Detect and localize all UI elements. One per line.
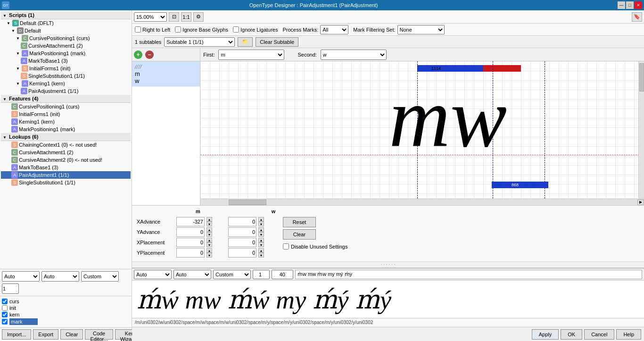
yplacement-w-spinner[interactable]: ▲ ▼ [258,248,264,258]
add-pair-button[interactable]: + [134,50,142,59]
xplacement-w-down[interactable]: ▼ [258,242,264,247]
curs-checkbox[interactable] [2,299,8,304]
apply-button[interactable]: Apply [532,329,559,340]
tree-item-default[interactable]: ▼ D Default [1,27,131,34]
mark-checkbox[interactable] [2,319,8,324]
yadvance-m-spinner[interactable]: ▲ ▼ [206,227,212,237]
ignore-base-checkbox[interactable] [175,26,181,33]
right-to-left-option[interactable]: Right to Left [135,26,170,33]
tree-lookup-cursive2[interactable]: C CursiveAttachment2 (0) <- not used! [1,156,131,164]
tree-lookup-cursive1[interactable]: C CursiveAttachment1 (2) [1,149,131,156]
clear-subtable-button[interactable]: Clear Subtable [256,37,298,47]
ignore-lig-option[interactable]: Ignore Ligatures [233,26,278,33]
h-scroll-thumb[interactable] [229,200,266,205]
subtable-select[interactable]: Subtable 1 (1/1) [164,37,235,47]
tree-lookup-chaining[interactable]: S ChainingContext1 (0) <- not used! [1,141,131,149]
tree-item-default-dflt[interactable]: ▼ S Default (DFLT) [1,19,131,27]
tree-item-cursive-att1[interactable]: C CursiveAttachment1 (2) [1,42,131,50]
preview-text-input[interactable] [295,270,642,279]
disable-unused-checkbox[interactable] [283,243,289,250]
tree-item-kerning1[interactable]: ▼ A Kerning1 (kern) [1,80,131,87]
yadvance-w-up[interactable]: ▲ [258,227,264,232]
xadvance-m-spinner[interactable]: ▲ ▼ [206,217,212,226]
auto2-select[interactable]: Auto Manual [41,271,79,282]
tree-feat-mark[interactable]: A MarkPositioning1 (mark) [1,125,131,133]
preview-spin1[interactable] [253,270,270,279]
preview-auto1-select[interactable]: Auto Manual [134,270,172,279]
xadvance-w-up[interactable]: ▲ [258,217,264,222]
tree-lookup-single-sub[interactable]: S SingleSubstitution1 (1/1) [1,179,131,186]
ignore-base-option[interactable]: Ignore Base Glyphs [175,26,228,33]
tree-lookup-pair-adj[interactable]: A PairAdjustment1 (1/1) [1,171,131,179]
first-select[interactable]: m n a [218,50,284,60]
vertical-scrollbar[interactable] [638,61,644,199]
yplacement-m-input[interactable] [176,248,205,258]
export-button[interactable]: Export [33,329,58,340]
xplacement-w-up[interactable]: ▲ [258,238,264,242]
preview-spin2[interactable] [272,270,293,279]
settings-button[interactable]: ⚙ [193,12,204,22]
xplacement-w-input[interactable] [228,238,256,247]
zoom-select[interactable]: 15.00% 25.00% 50.00% 100.00% [134,12,167,22]
reset-button[interactable]: Reset [283,217,316,227]
help-button[interactable]: Help [616,329,641,340]
preview-custom-select[interactable]: Custom Standard [213,270,251,279]
xadvance-m-input[interactable] [176,217,205,226]
tree-lookup-marktobase[interactable]: A MarkToBase1 (3) [1,164,131,171]
auto1-select[interactable]: Auto Manual [2,271,40,282]
scrollbar-thumb-v[interactable] [639,63,644,91]
second-select[interactable]: w a o [321,50,387,60]
right-to-left-checkbox[interactable] [135,26,141,33]
xplacement-m-spinner[interactable]: ▲ ▼ [206,238,212,247]
xadvance-w-down[interactable]: ▼ [258,222,264,226]
maximize-button[interactable]: □ [626,1,634,9]
yadvance-m-up[interactable]: ▲ [206,227,212,232]
yplacement-m-spinner[interactable]: ▲ ▼ [206,248,212,258]
yadvance-m-input[interactable] [176,227,205,237]
subtable-folder-button[interactable]: 📁 [238,37,253,47]
xplacement-m-input[interactable] [176,238,205,247]
features-section[interactable]: ▼ Features (4) [1,95,131,103]
yplacement-w-down[interactable]: ▼ [258,253,264,258]
lookups-section[interactable]: ▼ Lookups (6) [1,133,131,141]
process-marks-select[interactable]: All None [320,25,348,34]
xplacement-w-spinner[interactable]: ▲ ▼ [258,238,264,247]
right-arrow-icon[interactable]: ▶ [637,200,644,205]
zoom-100-button[interactable]: 1:1 [181,12,191,22]
yadvance-m-down[interactable]: ▼ [206,232,212,237]
tree-feat-initial[interactable]: S InitialForms1 (init) [1,110,131,118]
bookmark-button[interactable]: 🔖 [632,12,642,22]
tree-item-marktobase1[interactable]: A MarkToBase1 (3) [1,57,131,65]
mark-filtering-select[interactable]: None Default [397,25,445,34]
clear-button-left[interactable]: Clear [60,329,83,340]
tree-item-pair-adj-script[interactable]: A PairAdjustment1 (1/1) [1,87,131,95]
close-button[interactable]: ✕ [635,1,642,9]
yplacement-m-down[interactable]: ▼ [206,253,212,258]
xplacement-m-down[interactable]: ▼ [206,242,212,247]
spin-input1[interactable] [2,283,19,294]
tree-item-single-sub1[interactable]: S SingleSubstitution1 (1/1) [1,72,131,80]
yplacement-m-up[interactable]: ▲ [206,248,212,253]
ignore-lig-checkbox[interactable] [233,26,239,33]
tree-item-mark-pos1[interactable]: ▼ A MarkPositioning1 (mark) [1,50,131,57]
code-editor-button[interactable]: Code Editor... [85,329,113,340]
xadvance-m-up[interactable]: ▲ [206,217,212,222]
zoom-fit-button[interactable]: ⊡ [169,12,179,22]
cancel-button[interactable]: Cancel [584,329,614,340]
tree-item-cursive1[interactable]: ▼ C CursivePositioning1 (curs) [1,34,131,42]
yadvance-w-down[interactable]: ▼ [258,232,264,237]
xadvance-w-spinner[interactable]: ▲ ▼ [258,217,264,226]
preview-auto2-select[interactable]: Auto Manual [173,270,211,279]
tree-feat-kern[interactable]: A Kerning1 (kern) [1,118,131,125]
clear-values-button[interactable]: Clear [283,229,316,240]
xadvance-m-down[interactable]: ▼ [206,222,212,226]
minimize-button[interactable]: — [618,1,625,9]
tree-item-initial1[interactable]: ▼ S InitialForms1 (init) [1,65,131,72]
xplacement-m-up[interactable]: ▲ [206,238,212,242]
kern-checkbox[interactable] [2,312,8,317]
init-checkbox[interactable] [2,305,8,311]
remove-pair-button[interactable]: − [145,50,154,59]
yplacement-w-up[interactable]: ▲ [258,248,264,253]
ok-button[interactable]: OK [561,329,582,340]
yadvance-w-spinner[interactable]: ▲ ▼ [258,227,264,237]
